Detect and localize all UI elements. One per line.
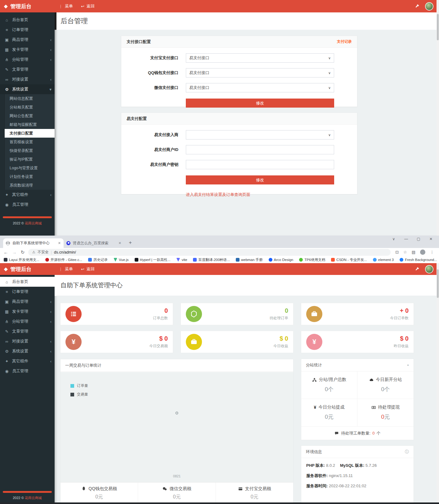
maximize-icon[interactable]: ▢: [412, 237, 425, 241]
sidebar-item-home[interactable]: ⌂后台首页: [0, 15, 55, 25]
sidebar-item-components[interactable]: ✦其它组件‹: [0, 190, 55, 200]
submenu-site-info[interactable]: 网站信息配置: [5, 94, 55, 103]
submenu-payment-interface[interactable]: 支付接口配置: [5, 129, 55, 138]
minimize-icon[interactable]: —: [400, 237, 412, 241]
tab-close-icon[interactable]: ✕: [58, 241, 61, 245]
back-button[interactable]: ↩ 返回: [77, 263, 99, 275]
profile-avatar-icon[interactable]: [420, 250, 425, 255]
payment-records-link[interactable]: 支付记录: [337, 39, 352, 44]
back-button[interactable]: ↩ 返回: [77, 0, 99, 12]
sidebar-item-products[interactable]: ▣商品管理‹: [0, 297, 55, 307]
epay-merchant-key-input[interactable]: [186, 160, 334, 169]
bookmark-vite[interactable]: vite: [176, 258, 187, 262]
close-icon[interactable]: ✕: [425, 237, 437, 241]
qq-wallet-interface-select[interactable]: 易支付接口∨: [186, 68, 334, 77]
not-secure-label: 不安全: [38, 250, 49, 255]
forward-nav-icon[interactable]: →: [11, 250, 17, 255]
sidebar-menu: ⌂后台首页 ≡订单管理 ▣商品管理‹ ▦发卡管理‹ ⋔分站管理‹ ✎文章管理 ∞…: [0, 12, 55, 210]
bookmark-layui[interactable]: Layui 开发使用文...: [4, 258, 39, 262]
reload-icon[interactable]: ↻: [20, 250, 25, 255]
sidebar-item-products[interactable]: ▣商品管理‹: [0, 35, 55, 45]
sidebar-item-components[interactable]: ✦其它组件‹: [0, 356, 55, 366]
legend-item-orders[interactable]: 订单量: [70, 383, 88, 388]
sidebar-item-cards[interactable]: ▦发卡管理‹: [0, 307, 55, 316]
menu-toggle-button[interactable]: ⋮ 菜单: [55, 0, 77, 12]
chart-legend: 订单量 交易量: [70, 383, 88, 400]
bookmark-history[interactable]: 历史记录: [88, 258, 108, 262]
menu-toggle-button[interactable]: ⋮ 菜单: [55, 263, 77, 275]
new-tab-button[interactable]: +: [126, 239, 134, 247]
bookmark-fresh-background[interactable]: Fresh Background...: [400, 258, 437, 262]
scrollbar[interactable]: [437, 0, 439, 236]
sidebar-item-articles[interactable]: ✎文章管理: [0, 64, 55, 74]
submenu-site-notice[interactable]: 网站公告配置: [5, 112, 55, 120]
sidebar-item-cards[interactable]: ▦发卡管理‹: [0, 45, 55, 55]
bookmark-arco-design[interactable]: Arco Design: [269, 258, 293, 262]
modify-button[interactable]: 修改: [186, 99, 334, 108]
install-icon[interactable]: ⊡: [395, 250, 399, 254]
bookmark-hyperf[interactable]: Hyperf | 一款高性...: [135, 258, 171, 262]
alipay-interface-select[interactable]: 易支付接口∨: [186, 53, 334, 63]
pending-withdrawal-cell: 待处理提现 0元: [357, 399, 414, 427]
brand-header[interactable]: ◆ 管理后台: [0, 0, 55, 12]
stat-label: 昨日收益: [394, 343, 409, 349]
epay-provider-select[interactable]: ∨: [186, 130, 334, 139]
tab-search-icon[interactable]: ∨: [387, 237, 400, 241]
menu-label: 菜单: [65, 3, 73, 9]
sidebar-item-staff[interactable]: ◉员工管理: [0, 366, 55, 376]
submenu-home-template[interactable]: 首页模板设置: [5, 138, 55, 146]
epay-settings-link[interactable]: 进入易支付结算设置及订单查询页面: [186, 192, 250, 197]
server-software-row: 服务器软件: nginx/1.15.11: [301, 473, 414, 479]
user-avatar[interactable]: [425, 2, 433, 11]
legend-item-volume[interactable]: 交易量: [70, 392, 88, 397]
bookmark-baidu-translate[interactable]: 百度翻译-200种语...: [193, 258, 230, 262]
submenu-email-reminder[interactable]: 邮箱与提醒配置: [5, 120, 55, 129]
browser-tab-admin[interactable]: 自助下单系统管理中心 ✕: [3, 238, 64, 248]
bookmark-element3[interactable]: element 3: [373, 258, 394, 262]
submenu-subsite-config[interactable]: 分站相关配置: [5, 103, 55, 112]
sidebar-item-integration[interactable]: ∞对接设置‹: [0, 336, 55, 346]
scrollbar[interactable]: [437, 263, 439, 504]
vue-favicon: [114, 258, 117, 262]
bookmark-tp6[interactable]: TP6使用文档: [299, 258, 325, 262]
epay-merchant-id-input[interactable]: [186, 145, 334, 154]
sidebar-item-system-settings[interactable]: ⚙系统设置▾: [0, 84, 55, 94]
bookmark-vuejs[interactable]: Vue.js: [114, 258, 129, 262]
reading-list-icon[interactable]: ▤: [412, 250, 415, 254]
submenu-data-cleanup[interactable]: 系统数据清理: [5, 181, 55, 190]
yen-icon: ¥: [306, 334, 322, 350]
submenu-verify-ip[interactable]: 验证与IP配置: [5, 155, 55, 164]
sidebar-shadow-notch: [55, 12, 56, 30]
sitemap-icon: [312, 378, 317, 382]
tab-close-icon[interactable]: ✕: [119, 241, 121, 245]
sidebar-item-orders[interactable]: ≡订单管理: [0, 25, 55, 35]
wechat-interface-select[interactable]: 易支付接口∨: [186, 83, 334, 92]
sidebar-item-subsites[interactable]: ⋔分站管理‹: [0, 55, 55, 64]
bookmark-csdn[interactable]: CSDN - 专业开发...: [331, 258, 367, 262]
sidebar-item-integration[interactable]: ∞对接设置‹: [0, 74, 55, 84]
sidebar-item-system-settings[interactable]: ⚙系统设置‹: [0, 346, 55, 356]
scrollbar-thumb[interactable]: [437, 269, 439, 298]
sidebar-item-orders[interactable]: ≡订单管理: [0, 287, 55, 297]
submenu-logo-background[interactable]: Logo与背景设置: [5, 164, 55, 172]
scrollbar-thumb[interactable]: [437, 14, 439, 40]
modify-button[interactable]: 修改: [186, 175, 334, 184]
sidebar-item-staff[interactable]: ◉员工管理: [0, 200, 55, 210]
bookmark-star-icon[interactable]: ☆: [403, 250, 407, 254]
sidebar-item-articles[interactable]: ✎文章管理: [0, 326, 55, 336]
sidebar-item-subsites[interactable]: ⋔分站管理‹: [0, 316, 55, 326]
list-icon: ≡: [4, 28, 9, 32]
browser-tab-baidu[interactable]: 肾虚怎么办_百度搜索 ✕: [64, 238, 124, 248]
sidebar-item-home[interactable]: ⌂后台首页: [0, 277, 55, 287]
user-avatar[interactable]: [425, 265, 433, 273]
back-nav-icon[interactable]: ←: [3, 250, 9, 255]
bookmark-webman[interactable]: webman 手册: [236, 258, 263, 262]
url-field[interactable]: ⚠ 不安全 | ds.cn/admin/: [28, 249, 391, 256]
wrench-icon[interactable]: [415, 267, 419, 272]
submenu-cron-tasks[interactable]: 计划任务设置: [5, 172, 55, 181]
brand-header[interactable]: ◆ 管理后台: [0, 263, 55, 275]
bookmark-gitee[interactable]: 开源软件 - Gitee.c...: [45, 258, 82, 262]
submenu-quick-login[interactable]: 快捷登录配置: [5, 146, 55, 155]
kebab-menu-icon[interactable]: ⋮: [430, 250, 434, 254]
wrench-icon[interactable]: [415, 4, 419, 9]
